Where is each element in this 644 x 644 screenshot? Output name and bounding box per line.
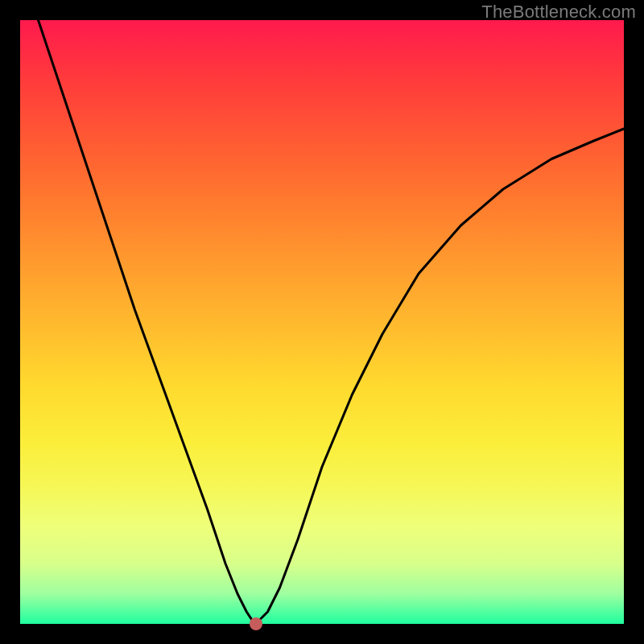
bottleneck-curve bbox=[20, 0, 624, 621]
chart-svg bbox=[20, 20, 624, 624]
minimum-point-marker bbox=[250, 617, 262, 630]
